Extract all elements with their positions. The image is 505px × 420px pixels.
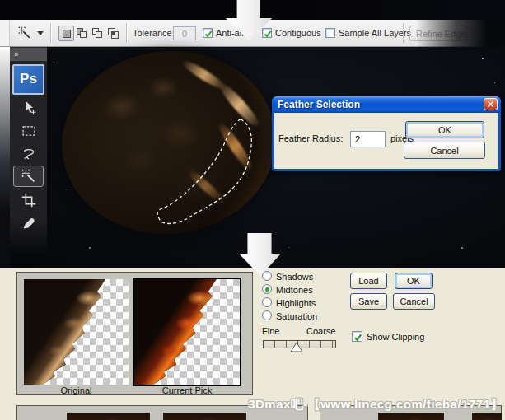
selection-mode-add-button[interactable] (74, 26, 90, 41)
coarse-label: Coarse (306, 326, 335, 336)
star (494, 82, 495, 83)
eyedropper-tool-icon (20, 214, 38, 232)
original-thumbnail[interactable] (24, 279, 129, 385)
variation-thumbnail[interactable] (378, 413, 444, 420)
feather-selection-dialog: Feather Selection Feather Radius: pixels… (272, 96, 501, 171)
saturation-label: Saturation (276, 311, 317, 321)
star (482, 58, 484, 59)
show-clipping-label: Show Clipping (367, 332, 424, 342)
separator (50, 23, 51, 43)
dialog-titlebar[interactable]: Feather Selection (272, 96, 501, 113)
check-icon (353, 332, 363, 343)
selection-mode-new-button[interactable] (58, 26, 74, 41)
highlights-radio[interactable] (262, 297, 272, 307)
shadows-label: Shadows (276, 272, 313, 282)
magic-wand-tool-button[interactable] (13, 166, 44, 187)
dialog-title: Feather Selection (278, 99, 360, 110)
panel-collapse-button[interactable]: » (10, 48, 47, 61)
current-pick-label: Current Pick (133, 385, 241, 395)
selection-marching-ants (152, 117, 260, 232)
collapse-icon: » (14, 49, 20, 58)
variations-cancel-button[interactable]: Cancel (393, 293, 435, 310)
load-button[interactable]: Load (350, 273, 387, 289)
add-selection-icon (80, 31, 87, 38)
variations-ok-button[interactable]: OK (395, 273, 433, 289)
tolerance-input[interactable] (173, 26, 196, 40)
subtract-selection-icon (96, 31, 102, 38)
anti-alias-checkbox[interactable] (203, 28, 213, 38)
lasso-tool-icon (20, 145, 38, 163)
star (89, 247, 91, 249)
separator (126, 23, 127, 43)
selection-mode-intersect-button[interactable] (105, 26, 121, 41)
tolerance-label: Tolerance: (133, 28, 175, 38)
tool-preset-dropdown-icon[interactable] (37, 31, 44, 35)
sample-all-layers-checkbox[interactable] (325, 28, 335, 38)
variations-dialog: Original Current Pick Shadows Midtones H… (0, 268, 505, 420)
magic-wand-icon[interactable] (16, 25, 33, 41)
star (288, 247, 289, 248)
current-pick-thumbnail[interactable] (133, 278, 241, 386)
rectangular-marquee-icon (20, 122, 38, 140)
cancel-button[interactable]: Cancel (404, 142, 485, 159)
variations-preview-panel: Original Current Pick (16, 272, 253, 395)
feather-radius-input[interactable] (350, 131, 386, 147)
crop-tool-icon (20, 191, 38, 209)
photoshop-logo: Ps (12, 64, 44, 95)
lasso-tool-button[interactable] (13, 143, 44, 165)
original-label: Original (24, 385, 129, 395)
refine-edge-button[interactable]: Refine Edge... (409, 26, 467, 41)
separator (403, 23, 404, 43)
crop-tool-button[interactable] (13, 189, 44, 211)
slider-thumb[interactable] (290, 342, 303, 352)
sample-all-layers-label: Sample All Layers (339, 28, 411, 38)
selection-mode-subtract-button[interactable] (90, 26, 105, 41)
marquee-tool-button[interactable] (13, 120, 44, 142)
photoshop-screenshot: Tolerance: Anti-alias Contiguous Sample … (0, 0, 505, 420)
variation-thumbnail[interactable] (67, 413, 150, 420)
contiguous-label: Contiguous (275, 28, 321, 38)
ok-button[interactable]: OK (405, 121, 484, 138)
close-icon (487, 100, 494, 108)
show-clipping-checkbox[interactable] (352, 331, 362, 342)
close-button[interactable] (484, 98, 498, 110)
saturation-radio[interactable] (262, 310, 272, 320)
midtones-label: Midtones (276, 285, 313, 295)
check-icon (203, 29, 213, 39)
new-selection-icon (63, 30, 71, 38)
star (66, 189, 67, 190)
variation-thumbnail[interactable] (472, 413, 502, 420)
feather-radius-label: Feather Radius: (278, 133, 343, 143)
options-bar-gutter (0, 20, 10, 46)
fine-label: Fine (262, 326, 279, 336)
magic-wand-tool-icon (20, 167, 38, 185)
midtones-radio[interactable] (262, 284, 272, 294)
star (54, 62, 54, 63)
variation-thumbnail[interactable] (163, 413, 246, 420)
check-icon (263, 29, 273, 39)
move-tool-button[interactable] (13, 97, 44, 119)
star (461, 247, 463, 249)
panel-gutter (0, 47, 10, 268)
eyedropper-tool-button[interactable] (13, 212, 44, 234)
save-button[interactable]: Save (350, 293, 387, 310)
contiguous-checkbox[interactable] (262, 28, 272, 38)
watermark-text: 3Dmax吧-【www.linecg.com/tieba/1771】 (248, 397, 503, 413)
intersect-selection-icon (111, 31, 115, 35)
highlights-label: Highlights (276, 298, 316, 308)
move-tool-icon (20, 99, 38, 117)
